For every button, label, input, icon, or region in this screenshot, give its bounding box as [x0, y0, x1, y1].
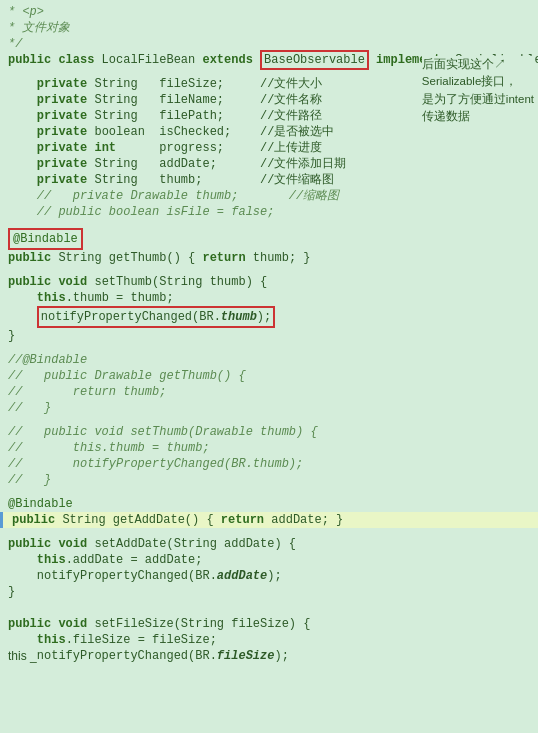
- code-line: notifyPropertyChanged(BR.fileSize);: [8, 648, 538, 664]
- code-line: private String filePath; //文件路径: [8, 108, 538, 124]
- line-setadddate-body: this.addDate = addDate;: [0, 552, 538, 568]
- line-comment-getthumb-drawable: // public Drawable getThumb() {: [0, 368, 538, 384]
- bottom-text: this _: [8, 649, 37, 664]
- code-line: public String getThumb() { return thumb;…: [8, 250, 538, 266]
- line-ischecked: private boolean isChecked; //是否被选中: [0, 124, 538, 140]
- code-line: // }: [8, 472, 538, 488]
- code-line: this.thumb = thumb;: [8, 290, 538, 306]
- code-line: // }: [8, 400, 538, 416]
- line-comment-close-brace: // }: [0, 400, 538, 416]
- line-comment-close-brace-2: // }: [0, 472, 538, 488]
- code-line: public void setFileSize(String fileSize)…: [8, 616, 538, 632]
- line-comment-bindable: //@Bindable: [0, 352, 538, 368]
- code-line: notifyPropertyChanged(BR.thumb);: [8, 306, 538, 328]
- line-getadddate: public String getAddDate() { return addD…: [0, 512, 538, 528]
- code-line: // this.thumb = thumb;: [8, 440, 538, 456]
- line-bindable-2: @Bindable: [0, 496, 538, 512]
- line-setfilesize-decl: public void setFileSize(String fileSize)…: [0, 616, 538, 632]
- code-line: private String thumb; //文件缩略图: [8, 172, 538, 188]
- line-notify-filesize: notifyPropertyChanged(BR.fileSize);: [0, 648, 538, 664]
- code-line: private String fileSize; //文件大小: [8, 76, 538, 92]
- line-setadddate-decl: public void setAddDate(String addDate) {: [0, 536, 538, 552]
- code-line: public void setThumb(String thumb) {: [8, 274, 538, 290]
- line-setthumb-decl: public void setThumb(String thumb) {: [0, 274, 538, 290]
- code-line: notifyPropertyChanged(BR.addDate);: [8, 568, 538, 584]
- code-line: }: [8, 584, 538, 600]
- line-comment-return-thumb: // return thumb;: [0, 384, 538, 400]
- line-adddate: private String addDate; //文件添加日期: [0, 156, 538, 172]
- line-comment-isfile: // public boolean isFile = false;: [0, 204, 538, 220]
- line-close-brace-1: }: [0, 328, 538, 344]
- code-line: @Bindable: [8, 496, 538, 512]
- line-comment-setthumb-drawable: // public void setThumb(Drawable thumb) …: [0, 424, 538, 440]
- line-comment-drawable: // private Drawable thumb; //缩略图: [0, 188, 538, 204]
- code-line: this.fileSize = fileSize;: [8, 632, 538, 648]
- code-line: public String getAddDate() { return addD…: [8, 512, 538, 528]
- code-line: private String fileName; //文件名称: [8, 92, 538, 108]
- line-comment-notify-thumb: // notifyPropertyChanged(BR.thumb);: [0, 456, 538, 472]
- line-filesize: private String fileSize; //文件大小: [0, 76, 538, 92]
- line-filename: private String fileName; //文件名称: [0, 92, 538, 108]
- line-class-decl: public class LocalFileBean extends BaseO…: [0, 52, 538, 68]
- code-line: //@Bindable: [8, 352, 538, 368]
- code-line: // public Drawable getThumb() {: [8, 368, 538, 384]
- line-close-brace-2: }: [0, 584, 538, 600]
- line-comment-setthumb-body: // this.thumb = thumb;: [0, 440, 538, 456]
- blue-sidebar-mark: [0, 512, 3, 528]
- line-thumb: private String thumb; //文件缩略图: [0, 172, 538, 188]
- line-filepath: private String filePath; //文件路径: [0, 108, 538, 124]
- line-setfilesize-body: this.fileSize = fileSize;: [0, 632, 538, 648]
- code-line: public void setAddDate(String addDate) {: [8, 536, 538, 552]
- code-viewer: * <p> * 文件对象 */ public class LocalFileBe…: [0, 0, 538, 668]
- code-line: private int progress; //上传进度: [8, 140, 538, 156]
- code-line: this.addDate = addDate;: [8, 552, 538, 568]
- line-notify-thumb: notifyPropertyChanged(BR.thumb);: [0, 306, 538, 328]
- code-line: }: [8, 328, 538, 344]
- bottom-label: this _: [8, 649, 37, 663]
- code-line: // public void setThumb(Drawable thumb) …: [8, 424, 538, 440]
- code-line: * 文件对象: [8, 20, 538, 36]
- line-getthumb: public String getThumb() { return thumb;…: [0, 250, 538, 266]
- code-line: private boolean isChecked; //是否被选中: [8, 124, 538, 140]
- line-file-obj: * 文件对象: [0, 20, 538, 36]
- code-line: private String addDate; //文件添加日期: [8, 156, 538, 172]
- code-line: * <p>: [8, 4, 538, 20]
- code-line: // private Drawable thumb; //缩略图: [8, 188, 538, 204]
- code-line: // public boolean isFile = false;: [8, 204, 538, 220]
- code-line: @Bindable: [8, 228, 538, 250]
- line-bindable-1: @Bindable: [0, 228, 538, 250]
- code-line: // return thumb;: [8, 384, 538, 400]
- line-p-tag: * <p>: [0, 4, 538, 20]
- code-line: // notifyPropertyChanged(BR.thumb);: [8, 456, 538, 472]
- line-progress: private int progress; //上传进度: [0, 140, 538, 156]
- line-setthumb-body: this.thumb = thumb;: [0, 290, 538, 306]
- line-notify-adddate: notifyPropertyChanged(BR.addDate);: [0, 568, 538, 584]
